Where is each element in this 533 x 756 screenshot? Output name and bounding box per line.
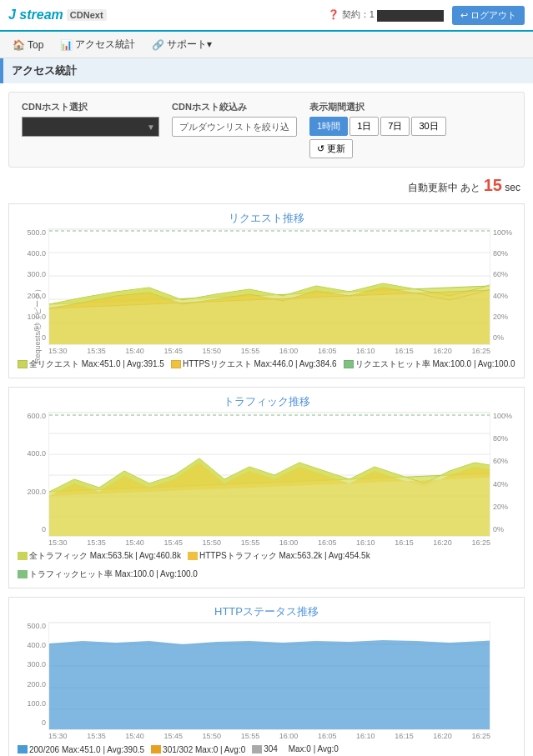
traffic-legend: 全トラフィック Max:563.5k | Avg:460.8k HTTPSトラフ… xyxy=(13,547,520,583)
time-btn-30d[interactable]: 30日 xyxy=(411,117,445,136)
cdn-host-select[interactable] xyxy=(22,117,159,137)
traffic-chart-container: トラフィック推移 600.0 400.0 200.0 0 xyxy=(8,387,525,588)
y-axis-right-req: 100% 80% 60% 40% 20% 0% xyxy=(490,228,520,355)
cdn-host-group: CDNホスト選択 ▼ xyxy=(22,101,159,137)
nav-item-top[interactable]: 🏠 Top xyxy=(4,32,52,58)
cdn-select-wrapper: ▼ xyxy=(22,117,159,137)
cdn-filter-button[interactable]: プルダウンリストを絞り込 xyxy=(172,117,297,137)
legend-color-reqhit xyxy=(344,360,354,368)
http-status-chart-area: 15:30 15:35 15:40 15:45 15:50 15:55 16:0… xyxy=(48,622,490,740)
http-status-chart-title: HTTPステータス推移 xyxy=(13,604,520,619)
x-axis-req: 15:30 15:35 15:40 15:45 15:50 15:55 16:0… xyxy=(48,345,490,355)
countdown-number: 15 xyxy=(484,176,502,194)
legend-item: トラフィックヒット率 Max:100.0 | Avg:100.0 xyxy=(18,568,198,580)
time-buttons: 1時間 1日 7日 30日 xyxy=(309,117,446,136)
nav-item-access-stats[interactable]: 📊 アクセス統計 xyxy=(52,32,143,58)
http-status-chart-container: HTTPステータス推移 500.0 400.0 300.0 200.0 100.… xyxy=(8,597,525,756)
x-axis-http: 15:30 15:35 15:40 15:45 15:50 15:55 16:0… xyxy=(48,730,490,740)
chart-icon: 📊 xyxy=(60,39,73,51)
home-icon: 🏠 xyxy=(13,39,25,51)
auto-refresh-bar: 自動更新中 あと 15 sec xyxy=(0,176,533,199)
refresh-button[interactable]: ↺ 更新 xyxy=(309,139,353,158)
y-axis-left-traffic: 600.0 400.0 200.0 0 xyxy=(13,412,48,547)
request-chart-svg xyxy=(48,228,490,345)
request-chart-body: Requests/秒（ピーク） 500.0 400.0 300.0 200.0 … xyxy=(13,228,520,355)
cdn-filter-group: CDNホスト絞込み プルダウンリストを絞り込 xyxy=(172,101,297,137)
y-axis-left-req: Requests/秒（ピーク） 500.0 400.0 300.0 200.0 … xyxy=(13,228,48,355)
traffic-chart-area: 15:30 15:35 15:40 15:45 15:50 15:55 16:0… xyxy=(48,412,490,547)
http-status-legend: 200/206 Max:451.0 | Avg:390.5 301/302 Ma… xyxy=(13,740,520,756)
nav-bar: 🏠 Top 📊 アクセス統計 🔗 サポート▾ xyxy=(0,32,533,58)
logout-icon: ↩ xyxy=(460,10,468,21)
time-btn-1d[interactable]: 1日 xyxy=(349,117,379,136)
legend-item: 200/206 Max:451.0 | Avg:390.5 xyxy=(18,743,144,755)
traffic-chart-body: 600.0 400.0 200.0 0 xyxy=(13,412,520,547)
x-axis-traffic: 15:30 15:35 15:40 15:45 15:50 15:55 16:0… xyxy=(48,537,490,547)
legend-item: 301/302 Max:0 | Avg:0 xyxy=(151,743,245,755)
cdn-host-label: CDNホスト選択 xyxy=(22,101,159,113)
http-status-chart-svg xyxy=(48,622,490,730)
header: J stream CDNext ❓ 契約：1 ↩ ログアウト xyxy=(0,0,533,32)
time-period-label: 表示期間選択 xyxy=(309,101,446,113)
http-status-chart-body: 500.0 400.0 300.0 200.0 100.0 0 xyxy=(13,622,520,740)
logo-cdnext: CDNext xyxy=(67,9,107,21)
logout-button[interactable]: ↩ ログアウト xyxy=(452,6,525,25)
legend-color-allreq xyxy=(18,360,28,368)
logo-jstream: J stream xyxy=(8,8,63,23)
legend-item: HTTPSトラフィック Max:563.2k | Avg:454.5k xyxy=(188,550,370,562)
traffic-chart-title: トラフィック推移 xyxy=(13,394,520,409)
request-legend: 全リクエスト Max:451.0 | Avg:391.5 HTTPSリクエスト … xyxy=(13,355,520,373)
page-content: アクセス統計 CDNホスト選択 ▼ CDNホスト絞込み プルダウンリストを絞り込… xyxy=(0,58,533,756)
legend-item: 304 Max:0 | Avg:0 xyxy=(252,743,339,755)
request-chart-title: リクエスト推移 xyxy=(13,211,520,226)
request-chart-container: リクエスト推移 Requests/秒（ピーク） 500.0 400.0 300.… xyxy=(8,203,525,378)
page-title-bar: アクセス統計 xyxy=(0,58,533,83)
request-chart-area: 15:30 15:35 15:40 15:45 15:50 15:55 16:0… xyxy=(48,228,490,355)
link-icon: 🔗 xyxy=(152,39,164,51)
contract-value xyxy=(377,10,444,22)
logo: J stream CDNext xyxy=(8,8,107,23)
y-axis-right-http xyxy=(490,622,520,740)
refresh-icon: ↺ xyxy=(317,143,324,154)
contract-info: ❓ 契約：1 xyxy=(328,8,444,21)
time-btn-1h[interactable]: 1時間 xyxy=(309,117,348,136)
legend-color-httpsreq xyxy=(171,360,181,368)
traffic-chart-svg xyxy=(48,412,490,537)
svg-marker-29 xyxy=(49,639,490,730)
controls-panel: CDNホスト選択 ▼ CDNホスト絞込み プルダウンリストを絞り込 表示期間選択… xyxy=(8,92,525,168)
time-period-group: 表示期間選択 1時間 1日 7日 30日 ↺ 更新 xyxy=(309,101,446,158)
legend-item: HTTPSリクエスト Max:446.0 | Avg:384.6 xyxy=(171,358,337,370)
time-btn-7d[interactable]: 7日 xyxy=(380,117,410,136)
cdn-filter-label: CDNホスト絞込み xyxy=(172,101,297,113)
nav-item-support[interactable]: 🔗 サポート▾ xyxy=(143,32,220,58)
header-right: ❓ 契約：1 ↩ ログアウト xyxy=(328,6,525,25)
legend-item: リクエストヒット率 Max:100.0 | Avg:100.0 xyxy=(344,358,515,370)
y-axis-right-traffic: 100% 80% 60% 40% 20% 0% xyxy=(490,412,520,547)
legend-item: 全トラフィック Max:563.5k | Avg:460.8k xyxy=(18,550,181,562)
y-axis-left-http: 500.0 400.0 300.0 200.0 100.0 0 xyxy=(13,622,48,740)
